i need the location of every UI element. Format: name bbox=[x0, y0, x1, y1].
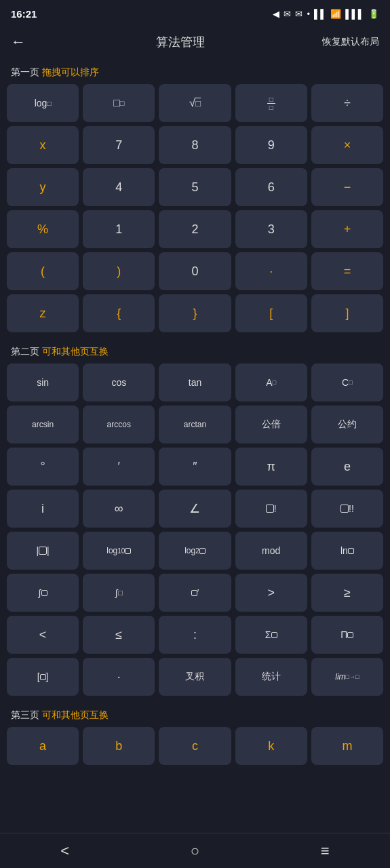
key-colon[interactable]: : bbox=[159, 616, 231, 654]
key-rbracket[interactable]: ] bbox=[311, 294, 383, 332]
key-log[interactable]: log□ bbox=[7, 84, 79, 122]
page3-grid: a b c k m bbox=[0, 727, 390, 772]
key-0[interactable]: 0 bbox=[159, 252, 231, 290]
key-percent[interactable]: % bbox=[7, 210, 79, 248]
key-angle[interactable]: ∠ bbox=[159, 490, 231, 528]
dot-icon: • bbox=[307, 9, 310, 19]
page2-label: 第二页 可和其他页互换 bbox=[0, 339, 390, 363]
key-gt[interactable]: > bbox=[235, 574, 307, 612]
nav-bar: < ○ ≡ bbox=[0, 833, 390, 868]
key-3[interactable]: 3 bbox=[235, 210, 307, 248]
key-lt[interactable]: < bbox=[7, 616, 79, 654]
key-sigma[interactable]: Σ bbox=[235, 616, 307, 654]
key-m[interactable]: m bbox=[311, 727, 383, 765]
wifi-icon: 📶 bbox=[330, 9, 341, 19]
key-lbrace[interactable]: { bbox=[83, 294, 155, 332]
key-stats[interactable]: 统计 bbox=[235, 658, 307, 696]
key-tan[interactable]: tan bbox=[159, 363, 231, 401]
key-2[interactable]: 2 bbox=[159, 210, 231, 248]
nav-icon: ◀ bbox=[273, 9, 279, 19]
key-arcminute[interactable]: ′ bbox=[83, 448, 155, 486]
key-A[interactable]: A□ bbox=[235, 363, 307, 401]
key-cdot[interactable]: · bbox=[83, 658, 155, 696]
key-lte[interactable]: ≤ bbox=[83, 616, 155, 654]
key-7[interactable]: 7 bbox=[83, 126, 155, 164]
key-fraction[interactable]: □□ bbox=[235, 84, 307, 122]
key-integral1[interactable]: ∫ bbox=[7, 574, 79, 612]
page3-title: 第三页 bbox=[11, 709, 39, 720]
key-plus[interactable]: + bbox=[311, 210, 383, 248]
page2-subtitle: 可和其他页互换 bbox=[39, 346, 109, 357]
key-integral2[interactable]: ∫□ bbox=[83, 574, 155, 612]
key-abs[interactable]: || bbox=[7, 532, 79, 570]
key-degree[interactable]: ° bbox=[7, 448, 79, 486]
msg-icon2: ✉ bbox=[295, 9, 303, 19]
key-derivative[interactable]: ′ bbox=[159, 574, 231, 612]
key-equals[interactable]: = bbox=[311, 252, 383, 290]
key-divide[interactable]: ÷ bbox=[311, 84, 383, 122]
page1-grid: log□ □□ √□ □□ ÷ x 7 8 9 × y 4 5 6 − % 1 … bbox=[0, 84, 390, 339]
key-arctan[interactable]: arctan bbox=[159, 406, 231, 443]
key-a[interactable]: a bbox=[7, 727, 79, 765]
key-log2[interactable]: log2 bbox=[159, 532, 231, 570]
key-infinity[interactable]: ∞ bbox=[83, 490, 155, 528]
key-arccos[interactable]: arccos bbox=[83, 406, 155, 443]
status-bar: 16:21 ◀ ✉ ✉ • ▌▌ 📶 ▌▌▌ 🔋 bbox=[0, 0, 390, 24]
key-z[interactable]: z bbox=[7, 294, 79, 332]
key-log10[interactable]: log10 bbox=[83, 532, 155, 570]
key-9[interactable]: 9 bbox=[235, 126, 307, 164]
key-c[interactable]: c bbox=[159, 727, 231, 765]
key-matrix[interactable]: [] bbox=[7, 658, 79, 696]
top-bar: ← 算法管理 恢复默认布局 bbox=[0, 24, 390, 60]
status-time: 16:21 bbox=[11, 8, 37, 20]
nav-menu-button[interactable]: ≡ bbox=[305, 835, 346, 867]
key-lparen[interactable]: ( bbox=[7, 252, 79, 290]
key-1[interactable]: 1 bbox=[83, 210, 155, 248]
key-cos[interactable]: cos bbox=[83, 363, 155, 401]
back-button[interactable]: ← bbox=[11, 33, 38, 51]
key-factorial[interactable]: ! bbox=[235, 490, 307, 528]
nav-back-button[interactable]: < bbox=[44, 835, 85, 867]
key-6[interactable]: 6 bbox=[235, 168, 307, 206]
key-pi[interactable]: π bbox=[235, 448, 307, 486]
key-mod[interactable]: mod bbox=[235, 532, 307, 570]
page2-title: 第二页 bbox=[11, 346, 39, 357]
key-ln[interactable]: ln bbox=[311, 532, 383, 570]
content-scroll: 第一页 拖拽可以排序 log□ □□ √□ □□ ÷ x 7 8 9 × y 4… bbox=[0, 60, 390, 833]
key-lim[interactable]: lim□→□ bbox=[311, 658, 383, 696]
key-minus[interactable]: − bbox=[311, 168, 383, 206]
key-e[interactable]: e bbox=[311, 448, 383, 486]
key-lcm[interactable]: 公倍 bbox=[235, 406, 307, 443]
restore-button[interactable]: 恢复默认布局 bbox=[322, 36, 379, 48]
status-icons: ◀ ✉ ✉ • ▌▌ 📶 ▌▌▌ 🔋 bbox=[273, 9, 379, 19]
page2-grid: sin cos tan A□ C□ arcsin arccos arctan 公… bbox=[0, 363, 390, 703]
key-multiply[interactable]: × bbox=[311, 126, 383, 164]
key-x[interactable]: x bbox=[7, 126, 79, 164]
key-4[interactable]: 4 bbox=[83, 168, 155, 206]
page1-title: 第一页 bbox=[11, 66, 39, 77]
key-8[interactable]: 8 bbox=[159, 126, 231, 164]
key-k[interactable]: k bbox=[235, 727, 307, 765]
key-y[interactable]: y bbox=[7, 168, 79, 206]
key-b[interactable]: b bbox=[83, 727, 155, 765]
key-lbracket[interactable]: [ bbox=[235, 294, 307, 332]
key-gcd[interactable]: 公约 bbox=[311, 406, 383, 443]
key-sqrt[interactable]: √□ bbox=[159, 84, 231, 122]
cell-icon: ▌▌▌ bbox=[345, 9, 364, 19]
key-arcsin[interactable]: arcsin bbox=[7, 406, 79, 443]
page3-subtitle: 可和其他页互换 bbox=[39, 709, 109, 720]
key-rbrace[interactable]: } bbox=[159, 294, 231, 332]
key-arcsecond[interactable]: ″ bbox=[159, 448, 231, 486]
key-double-factorial[interactable]: !! bbox=[311, 490, 383, 528]
key-product[interactable]: Π bbox=[311, 616, 383, 654]
key-dot[interactable]: · bbox=[235, 252, 307, 290]
key-sin[interactable]: sin bbox=[7, 363, 79, 401]
key-C[interactable]: C□ bbox=[311, 363, 383, 401]
key-cross-product[interactable]: 叉积 bbox=[159, 658, 231, 696]
key-power[interactable]: □□ bbox=[83, 84, 155, 122]
key-gte[interactable]: ≥ bbox=[311, 574, 383, 612]
key-5[interactable]: 5 bbox=[159, 168, 231, 206]
key-imaginary[interactable]: i bbox=[7, 490, 79, 528]
key-rparen[interactable]: ) bbox=[83, 252, 155, 290]
nav-home-button[interactable]: ○ bbox=[174, 835, 216, 867]
